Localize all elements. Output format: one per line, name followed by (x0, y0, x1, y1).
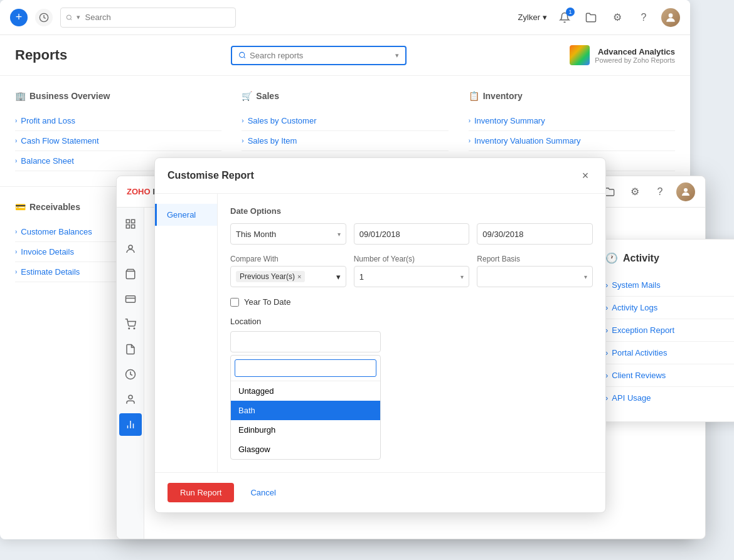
modal-close-button[interactable]: × (578, 168, 593, 183)
nav-user-menu[interactable]: Zylker ▾ (518, 13, 547, 22)
nav-username: Zylker (518, 13, 540, 22)
cancel-button[interactable]: Cancel (240, 483, 285, 502)
banking-icon (125, 293, 136, 305)
report-item-cash-flow[interactable]: › Cash Flow Statement (15, 131, 221, 151)
aa-text-block: Advanced Analytics Powered by Zoho Repor… (595, 47, 675, 64)
svg-point-11 (129, 245, 132, 249)
reports-search-input[interactable] (250, 51, 391, 60)
nav-history-button[interactable] (35, 9, 53, 26)
sidebar-icon-banking[interactable] (119, 288, 142, 310)
report-item-profit-loss[interactable]: › Profit and Loss (15, 111, 221, 131)
customise-report-modal: Customise Report × General Date Options … (154, 157, 606, 513)
activity-item-api-usage[interactable]: › API Usage (605, 387, 734, 409)
sales-cart-icon (125, 319, 136, 330)
nav-avatar[interactable] (661, 8, 680, 27)
modal-body: General Date Options This Month ▾ (155, 194, 605, 472)
building-icon: 🏢 (15, 91, 26, 101)
sidebar-icon-contacts[interactable] (119, 238, 142, 260)
sidebar-icon-dashboard[interactable] (119, 213, 142, 235)
receivables-icon: 💳 (15, 202, 26, 212)
aa-title: Advanced Analytics (595, 47, 675, 56)
date-options-row: This Month ▾ (230, 223, 593, 245)
svg-point-18 (129, 395, 132, 399)
report-item-sales-customer[interactable]: › Sales by Customer (242, 111, 448, 131)
zoho-logo-zoho: ZOHO (127, 187, 151, 196)
year-to-date-checkbox[interactable] (230, 298, 239, 307)
start-date-input[interactable] (354, 223, 470, 245)
compare-with-tag: Previous Year(s) × (236, 271, 305, 282)
compare-with-value: Previous Year(s) (240, 272, 295, 281)
year-to-date-label: Year To Date (244, 297, 290, 307)
location-option-bath[interactable]: Bath (231, 401, 380, 420)
location-label: Location (230, 317, 593, 326)
nav-add-button[interactable]: + (10, 9, 28, 26)
activity-item-client-reviews[interactable]: › Client Reviews (605, 364, 734, 387)
business-overview-title: 🏢 Business Overview (15, 91, 221, 101)
report-item-inventory-summary[interactable]: › Inventory Summary (469, 111, 675, 131)
zoho-avatar[interactable] (676, 182, 695, 201)
run-report-button[interactable]: Run Report (168, 483, 234, 502)
nav-search-bar[interactable]: ▾ (60, 8, 236, 28)
nav-files-button[interactable] (582, 9, 600, 26)
svg-rect-13 (125, 296, 135, 303)
zoho-sidebar (117, 208, 144, 539)
location-trigger[interactable] (230, 331, 381, 352)
files-icon (585, 12, 597, 23)
num-years-value: 1 (359, 272, 364, 282)
svg-rect-7 (126, 219, 129, 223)
modal-header: Customise Report × (155, 158, 605, 194)
date-options-select-group: This Month ▾ (230, 223, 346, 245)
inventory-title: 📋 Inventory (469, 91, 675, 101)
sidebar-icon-accountant[interactable] (119, 388, 142, 411)
compare-with-chevron: ▾ (336, 272, 341, 282)
report-item-sales-item[interactable]: › Sales by Item (242, 131, 448, 151)
report-basis-chevron: ▾ (584, 273, 587, 280)
compare-with-select[interactable]: Previous Year(s) × ▾ (230, 266, 346, 287)
location-option-edinburgh[interactable]: Edinburgh (231, 420, 380, 440)
nav-help-button[interactable]: ? (635, 9, 652, 26)
location-option-untagged[interactable]: Untagged (231, 381, 380, 401)
notification-badge: 1 (566, 8, 575, 16)
sidebar-icon-purchases[interactable] (119, 338, 142, 361)
svg-rect-8 (131, 219, 134, 223)
report-basis-select[interactable]: ▾ (477, 266, 593, 287)
nav-settings-button[interactable]: ⚙ (609, 9, 626, 26)
chevron-right-icon: › (15, 117, 17, 124)
activity-item-activity-logs[interactable]: › Activity Logs (605, 297, 734, 319)
svg-point-3 (239, 52, 244, 57)
reports-search-bar[interactable]: ▾ (231, 46, 407, 65)
activity-header: 🕐 Activity (605, 252, 734, 264)
svg-point-15 (129, 328, 130, 329)
svg-point-2 (669, 13, 673, 18)
num-years-chevron: ▾ (460, 273, 464, 280)
inventory-icon: 📋 (469, 91, 479, 101)
zoho-settings-button[interactable]: ⚙ (626, 183, 644, 201)
location-option-glasgow[interactable]: Glasgow (231, 440, 380, 459)
reports-search-dropdown[interactable]: ▾ (395, 51, 399, 60)
report-item-inventory-valuation[interactable]: › Inventory Valuation Summary (469, 131, 675, 151)
date-options-select[interactable]: This Month ▾ (230, 223, 346, 245)
advanced-analytics-badge: Advanced Analytics Powered by Zoho Repor… (570, 45, 675, 65)
svg-point-1 (66, 15, 71, 19)
end-date-input[interactable] (477, 223, 593, 245)
sidebar-icon-time[interactable] (119, 363, 142, 386)
activity-item-portal-activities[interactable]: › Portal Activities (605, 342, 734, 364)
activity-item-system-mails[interactable]: › System Mails (605, 274, 734, 297)
zoho-help-button[interactable]: ? (651, 183, 669, 201)
chevron-right-icon: › (15, 228, 17, 235)
num-years-select[interactable]: 1 ▾ (354, 266, 470, 287)
location-search-input[interactable] (235, 359, 376, 377)
modal-sidebar: General (155, 194, 218, 472)
report-basis-label: Report Basis (477, 255, 593, 263)
aa-logo-icon (570, 45, 590, 65)
nav-notifications-button[interactable]: 1 (556, 9, 573, 26)
activity-item-exception-report[interactable]: › Exception Report (605, 319, 734, 342)
nav-search-input[interactable] (85, 13, 230, 22)
search-dropdown-arrow: ▾ (77, 13, 80, 21)
modal-sidebar-general[interactable]: General (155, 204, 217, 226)
sidebar-icon-sales[interactable] (119, 313, 142, 335)
sidebar-icon-items[interactable] (119, 263, 142, 285)
sidebar-icon-reports[interactable] (119, 413, 142, 436)
nav-right-area: Zylker ▾ 1 ⚙ ? (518, 8, 680, 27)
compare-with-clear[interactable]: × (297, 273, 301, 280)
